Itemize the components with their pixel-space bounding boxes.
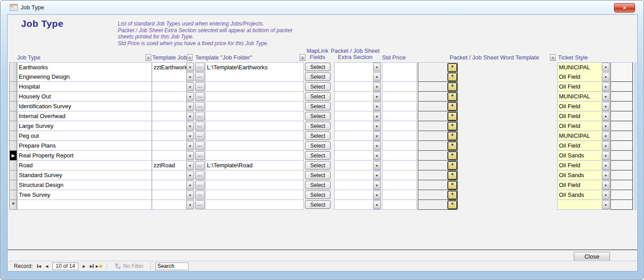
extra-section-dropdown[interactable]: ▼: [373, 72, 381, 81]
std-price-cell[interactable]: [382, 82, 417, 92]
template-job-cell[interactable]: [152, 102, 187, 111]
template-job-cell[interactable]: [152, 151, 187, 161]
std-price-cell[interactable]: [382, 92, 417, 102]
template-job-dropdown[interactable]: ▼: [186, 132, 194, 140]
job-type-cell[interactable]: Peg out: [17, 131, 152, 141]
job-folder-cell[interactable]: [205, 92, 304, 102]
next-record-button[interactable]: ▶: [81, 263, 87, 270]
job-folder-cell[interactable]: [205, 131, 304, 141]
word-template-folder-button[interactable]: *: [448, 132, 457, 140]
template-job-dropdown[interactable]: ▼: [186, 161, 194, 170]
record-selector[interactable]: [9, 102, 17, 111]
ticket-style-dropdown[interactable]: ▼: [602, 191, 610, 199]
maplink-select-button[interactable]: Select: [305, 191, 331, 199]
extra-section-dropdown[interactable]: ▼: [373, 191, 381, 199]
option-badge-template-job[interactable]: o: [187, 54, 193, 61]
template-job-dropdown[interactable]: ▼: [186, 102, 194, 111]
extra-section-dropdown[interactable]: ▼: [373, 151, 381, 160]
template-job-dropdown[interactable]: ▼: [186, 72, 194, 81]
job-folder-cell[interactable]: [205, 141, 304, 151]
first-record-button[interactable]: ◀: [36, 263, 43, 270]
ticket-style-dropdown[interactable]: ▼: [602, 63, 610, 72]
std-price-cell[interactable]: [382, 141, 417, 151]
job-type-cell[interactable]: Hospital: [17, 82, 152, 92]
template-job-dropdown[interactable]: ▼: [186, 141, 194, 150]
word-template-folder-button[interactable]: *: [448, 181, 457, 189]
maplink-select-button[interactable]: Select: [305, 132, 331, 140]
word-template-folder-button[interactable]: *: [448, 102, 457, 110]
browse-folder-button[interactable]: ...: [195, 181, 205, 190]
job-type-cell[interactable]: Large Survey: [17, 121, 152, 131]
ticket-style-dropdown[interactable]: ▼: [602, 82, 610, 91]
ticket-style-dropdown[interactable]: ▼: [602, 200, 610, 209]
word-template-folder-button[interactable]: *: [448, 64, 457, 72]
job-folder-cell[interactable]: [205, 170, 304, 180]
sort-indicator-badge[interactable]: v: [146, 54, 151, 61]
job-type-cell[interactable]: Prepare Plans: [17, 141, 152, 151]
extra-section-dropdown[interactable]: ▼: [373, 112, 381, 121]
template-job-cell[interactable]: [152, 190, 187, 200]
template-job-dropdown[interactable]: ▼: [186, 200, 194, 209]
std-price-cell[interactable]: [382, 62, 417, 72]
job-folder-cell[interactable]: [205, 102, 304, 111]
word-template-folder-button[interactable]: *: [448, 73, 457, 81]
ticket-style-dropdown[interactable]: ▼: [602, 141, 610, 150]
job-folder-cell[interactable]: [205, 190, 304, 200]
extra-section-dropdown[interactable]: ▼: [373, 161, 381, 170]
job-type-cell[interactable]: Road: [17, 161, 152, 170]
job-folder-cell[interactable]: [205, 121, 304, 131]
new-record-button[interactable]: ▶✱: [96, 263, 103, 270]
maplink-select-button[interactable]: Select: [305, 82, 331, 91]
job-type-cell[interactable]: [17, 200, 152, 210]
template-job-cell[interactable]: [152, 121, 187, 131]
template-job-cell[interactable]: zztEarthworks: [152, 62, 187, 72]
job-folder-cell[interactable]: [205, 72, 304, 82]
extra-section-dropdown[interactable]: ▼: [373, 82, 381, 91]
job-type-cell[interactable]: Standard Survey: [17, 170, 152, 180]
std-price-cell[interactable]: [382, 72, 417, 82]
record-selector[interactable]: [9, 161, 17, 170]
job-type-cell[interactable]: Internal Overhead: [17, 111, 152, 121]
job-type-cell[interactable]: Housely Out: [17, 92, 152, 102]
extra-section-dropdown[interactable]: ▼: [373, 63, 381, 72]
ticket-style-dropdown[interactable]: ▼: [602, 72, 610, 81]
word-template-folder-button[interactable]: *: [448, 142, 457, 150]
ticket-style-dropdown[interactable]: ▼: [602, 92, 610, 101]
browse-folder-button[interactable]: ...: [195, 191, 205, 199]
browse-folder-button[interactable]: ...: [195, 132, 205, 140]
job-folder-cell[interactable]: [205, 82, 304, 92]
job-type-cell[interactable]: Identification Survey: [17, 102, 152, 111]
template-job-dropdown[interactable]: ▼: [186, 63, 194, 72]
browse-folder-button[interactable]: ...: [195, 63, 205, 72]
browse-folder-button[interactable]: ...: [195, 102, 205, 111]
maplink-select-button[interactable]: Select: [305, 102, 331, 110]
template-job-dropdown[interactable]: ▼: [186, 191, 194, 199]
word-template-folder-button[interactable]: *: [448, 201, 457, 209]
maplink-select-button[interactable]: Select: [305, 181, 331, 189]
word-template-folder-button[interactable]: *: [448, 122, 457, 130]
std-price-cell[interactable]: [382, 161, 417, 170]
std-price-cell[interactable]: [382, 180, 417, 190]
job-folder-cell[interactable]: [205, 151, 304, 161]
browse-folder-button[interactable]: ...: [195, 171, 205, 180]
record-selector[interactable]: [9, 62, 17, 72]
browse-folder-button[interactable]: ...: [195, 112, 205, 121]
record-selector[interactable]: [9, 170, 17, 180]
template-job-cell[interactable]: zztRoad: [152, 161, 187, 170]
word-template-folder-button[interactable]: *: [448, 83, 457, 91]
job-type-cell[interactable]: Earthworks: [17, 62, 152, 72]
record-selector[interactable]: [9, 111, 17, 121]
record-selector[interactable]: [9, 92, 17, 102]
ticket-style-dropdown[interactable]: ▼: [602, 132, 610, 140]
record-selector[interactable]: ▶: [9, 151, 17, 161]
std-price-cell[interactable]: [382, 170, 417, 180]
template-job-dropdown[interactable]: ▼: [186, 82, 194, 91]
record-selector[interactable]: [9, 72, 17, 82]
ticket-style-dropdown[interactable]: ▼: [602, 112, 610, 121]
maplink-select-button[interactable]: Select: [305, 122, 331, 130]
word-template-folder-button[interactable]: *: [448, 93, 457, 101]
template-job-dropdown[interactable]: ▼: [186, 122, 194, 131]
maplink-select-button[interactable]: Select: [305, 92, 331, 101]
browse-folder-button[interactable]: ...: [195, 200, 205, 209]
maplink-select-button[interactable]: Select: [305, 151, 331, 160]
